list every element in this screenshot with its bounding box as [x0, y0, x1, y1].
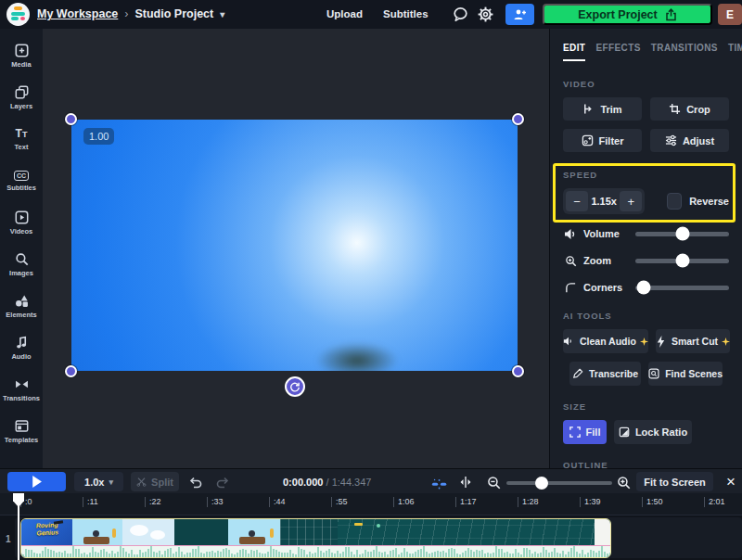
volume-slider-knob[interactable] [675, 227, 689, 241]
thumb-dark-scene [174, 519, 228, 546]
comments-icon[interactable] [453, 6, 469, 23]
text-icon: TT [16, 128, 28, 140]
pencil-icon [572, 368, 583, 379]
adjust-sliders-icon [665, 134, 677, 146]
video-clip[interactable]: Roving Genius [20, 518, 611, 558]
music-note-icon [15, 336, 29, 350]
upload-button[interactable]: Upload [326, 8, 363, 19]
sidebar-item-hidden-tool[interactable] [0, 452, 43, 468]
resize-handle-top-left[interactable] [65, 113, 77, 125]
thumb-cartoon-scene [72, 519, 122, 546]
timecode: 0:00.000 / 1:44.347 [283, 477, 371, 488]
tab-timing[interactable]: TIMING [728, 43, 742, 61]
fit-to-screen-button[interactable]: Fit to Screen [636, 472, 713, 491]
zoom-slider-knob[interactable] [675, 254, 689, 268]
video-editor-app: My Workspace › Studio Project ▾ Upload S… [0, 0, 742, 560]
sidebar-item-images[interactable]: Images [0, 244, 43, 286]
reverse-checkbox[interactable] [667, 193, 682, 210]
sidebar-item-text[interactable]: TT Text [0, 119, 43, 160]
filter-button[interactable]: Filter [563, 129, 642, 152]
project-menu-chevron-icon[interactable]: ▾ [220, 9, 224, 19]
rotate-handle[interactable] [285, 376, 305, 397]
tab-effects[interactable]: EFFECTS [595, 43, 640, 61]
top-bar: My Workspace › Studio Project ▾ Upload S… [0, 0, 742, 29]
sidebar-item-media[interactable]: Media [0, 35, 43, 77]
close-icon[interactable]: × [722, 472, 740, 491]
resize-handle-bottom-right[interactable] [512, 365, 524, 377]
split-view-icon[interactable] [457, 474, 474, 490]
sidebar-item-layers[interactable]: Layers [0, 77, 43, 119]
fill-button[interactable]: Fill [563, 420, 607, 444]
crop-button[interactable]: Crop [650, 97, 729, 121]
timeline-zoom-knob[interactable] [535, 477, 548, 490]
timeline-ruler[interactable]: :0 :11 :22 :33 :44 :55 1:06 1:17 1:28 1:… [0, 493, 742, 515]
subtitles-button[interactable]: Subtitles [383, 8, 429, 19]
thumb-cartoon-scene-2 [228, 519, 280, 546]
user-avatar[interactable]: E [718, 4, 742, 25]
volume-slider[interactable] [635, 232, 729, 236]
sidebar-item-elements[interactable]: Elements [0, 286, 43, 327]
sidebar-item-transitions[interactable]: Transitions [0, 369, 43, 411]
play-icon [32, 476, 42, 488]
sidebar-item-videos[interactable]: Videos [0, 202, 43, 244]
edit-panel: EDIT EFFECTS TRANSITIONS TIMING VIDEO Tr… [549, 29, 742, 468]
clean-audio-icon [563, 336, 574, 347]
corners-slider[interactable] [635, 286, 729, 290]
speed-section: SPEED − 1.15x + Reverse [563, 170, 729, 214]
lock-ratio-icon [619, 426, 630, 438]
trim-button[interactable]: Trim [563, 97, 642, 121]
smart-cut-button[interactable]: Smart Cut [656, 329, 730, 353]
timeline-zoom-out-icon[interactable] [485, 474, 502, 490]
export-project-label: Export Project [578, 8, 657, 21]
export-project-button[interactable]: Export Project [543, 4, 712, 25]
corners-icon [563, 282, 578, 294]
lock-ratio-button[interactable]: Lock Ratio [614, 420, 692, 444]
sidebar-item-templates[interactable]: Templates [0, 411, 43, 452]
tab-edit[interactable]: EDIT [563, 43, 585, 61]
undo-icon[interactable] [186, 474, 203, 490]
sidebar-item-subtitles[interactable]: CC Subtitles [0, 160, 43, 202]
adjust-button[interactable]: Adjust [650, 129, 729, 152]
speed-decrease-button[interactable]: − [566, 191, 588, 211]
split-button[interactable]: Split [131, 472, 179, 491]
clip-title-text: Roving Genius [26, 521, 70, 538]
playback-bar: 1.0x ▾ Split 0:00.000 / 1:44.347 [0, 468, 742, 493]
scene-search-icon [648, 368, 659, 379]
reverse-label: Reverse [689, 196, 729, 207]
speed-increase-button[interactable]: + [620, 191, 642, 211]
resize-handle-bottom-left[interactable] [65, 365, 77, 377]
transcribe-button[interactable]: Transcribe [569, 362, 641, 386]
thumb-board-scene-long [338, 519, 595, 546]
selected-video-layer[interactable]: 1.00 [71, 120, 518, 371]
speed-stepper: − 1.15x + [563, 188, 645, 214]
breadcrumb: My Workspace › Studio Project ▾ [37, 7, 224, 20]
rate-chevron-icon: ▾ [109, 477, 113, 487]
track-number: 1 [6, 534, 11, 544]
breadcrumb-workspace-link[interactable]: My Workspace [37, 7, 118, 20]
size-section-label: SIZE [563, 401, 729, 412]
tab-transitions[interactable]: TRANSITIONS [651, 43, 718, 61]
lightning-icon [656, 336, 666, 348]
kapwing-logo-icon[interactable] [6, 3, 30, 26]
corners-slider-knob[interactable] [637, 281, 651, 295]
clean-audio-button[interactable]: Clean Audio [563, 329, 648, 353]
trim-icon [582, 103, 595, 115]
zoom-icon [563, 255, 578, 267]
redo-icon[interactable] [214, 474, 231, 490]
settings-gear-icon[interactable] [478, 6, 494, 23]
time-divider: / [326, 477, 329, 488]
resize-handle-top-right[interactable] [512, 113, 524, 125]
timeline-zoom-slider[interactable] [506, 481, 612, 485]
timeline-zoom-in-icon[interactable] [615, 474, 632, 490]
timeline: :0 :11 :22 :33 :44 :55 1:06 1:17 1:28 1:… [0, 493, 742, 560]
magic-timeline-icon[interactable] [431, 476, 448, 492]
preview-canvas[interactable]: 1.00 [43, 29, 549, 468]
cc-icon: CC [14, 171, 29, 181]
sidebar-item-audio[interactable]: Audio [0, 327, 43, 369]
zoom-slider[interactable] [635, 259, 729, 263]
playback-rate-button[interactable]: 1.0x ▾ [74, 472, 123, 491]
play-button[interactable] [7, 472, 66, 491]
find-scenes-button[interactable]: Find Scenes [648, 362, 723, 386]
collaborate-button[interactable] [505, 4, 534, 25]
clip-thumbnails: Roving Genius [21, 519, 610, 546]
